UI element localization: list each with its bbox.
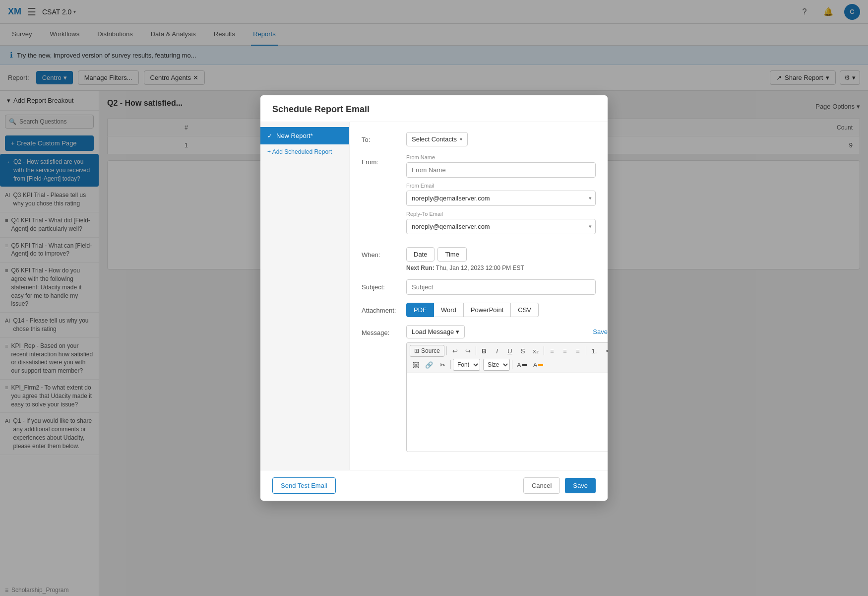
from-label: From: xyxy=(362,154,406,166)
modal-header: Schedule Report Email xyxy=(260,95,608,122)
attachment-fields: PDF Word PowerPoint CSV xyxy=(406,303,596,317)
redo-button[interactable]: ↪ xyxy=(462,345,474,357)
attachment-label: Attachment: xyxy=(362,303,406,314)
image-button[interactable]: 🖼 xyxy=(410,359,422,371)
attachment-buttons: PDF Word PowerPoint CSV xyxy=(406,303,596,317)
attach-powerpoint-button[interactable]: PowerPoint xyxy=(464,303,511,317)
attach-word-button[interactable]: Word xyxy=(434,303,464,317)
from-name-group: From Name xyxy=(406,154,596,178)
to-fields: Select Contacts ▾ xyxy=(406,132,596,146)
reply-to-select[interactable]: noreply@qemailserver.com xyxy=(406,219,596,234)
toolbar-row-1: ⊞ Source ↩ ↪ B I U S xyxy=(410,345,608,357)
from-fields: From Name From Email noreply@qemailserve… xyxy=(406,154,596,239)
from-email-group: From Email noreply@qemailserver.com ▾ xyxy=(406,183,596,206)
attachment-row: Attachment: PDF Word PowerPoint CSV xyxy=(362,303,596,317)
time-button[interactable]: Time xyxy=(437,247,466,262)
load-message-button[interactable]: Load Message ▾ xyxy=(406,325,465,338)
save-as-link[interactable]: Save As xyxy=(593,328,608,335)
toolbar-divider-3 xyxy=(544,346,544,355)
message-fields: Load Message ▾ Save As ⊞ Source xyxy=(406,325,608,452)
align-right-button[interactable]: ≡ xyxy=(572,345,584,357)
underline-button[interactable]: U xyxy=(504,345,516,357)
modal-sidebar: ✓ New Report* + Add Scheduled Report xyxy=(260,122,350,470)
from-email-sublabel: From Email xyxy=(406,183,596,189)
bold-button[interactable]: B xyxy=(478,345,490,357)
subject-row: Subject: xyxy=(362,279,596,295)
message-header: Load Message ▾ Save As xyxy=(406,325,608,338)
attach-pdf-button[interactable]: PDF xyxy=(406,303,434,317)
next-run-value: Thu, Jan 12, 2023 12:00 PM EST xyxy=(436,265,524,271)
date-button[interactable]: Date xyxy=(406,247,434,262)
link-button[interactable]: 🔗 xyxy=(423,359,435,371)
highlight-color-button[interactable]: A xyxy=(531,359,546,371)
size-select[interactable]: Size xyxy=(483,359,510,371)
rich-text-toolbar: ⊞ Source ↩ ↪ B I U S xyxy=(406,342,608,373)
next-run: Next Run: Thu, Jan 12, 2023 12:00 PM EST xyxy=(406,265,596,271)
to-row: To: Select Contacts ▾ xyxy=(362,132,596,146)
select-contacts-button[interactable]: Select Contacts ▾ xyxy=(406,132,468,146)
subscript-button[interactable]: x₂ xyxy=(530,345,542,357)
rich-text-editor[interactable] xyxy=(406,373,608,452)
unordered-list-button[interactable]: • xyxy=(601,345,608,357)
align-left-button[interactable]: ≡ xyxy=(546,345,558,357)
from-email-select-wrap: noreply@qemailserver.com ▾ xyxy=(406,191,596,206)
reply-to-group: Reply-To Email noreply@qemailserver.com … xyxy=(406,211,596,234)
toolbar-divider xyxy=(446,346,447,355)
when-row: When: Date Time Next Run: Thu, Jan 12, 2… xyxy=(362,247,596,271)
subject-input[interactable] xyxy=(406,279,596,295)
when-buttons: Date Time xyxy=(406,247,596,262)
toolbar-row-2: 🖼 🔗 ✂ Font Size xyxy=(410,359,608,371)
from-row: From: From Name From Email noreply@qemai… xyxy=(362,154,596,239)
code-icon: ⊞ xyxy=(414,347,419,354)
reply-to-sublabel: Reply-To Email xyxy=(406,211,596,217)
source-button[interactable]: ⊞ Source xyxy=(410,345,444,357)
toolbar-divider-6 xyxy=(512,360,512,369)
modal-sidebar-add-scheduled[interactable]: + Add Scheduled Report xyxy=(260,144,349,159)
save-button[interactable]: Save xyxy=(565,478,596,493)
chevron-down-icon: ▾ xyxy=(460,136,462,142)
message-row: Message: Load Message ▾ Save As xyxy=(362,325,596,452)
align-center-button[interactable]: ≡ xyxy=(559,345,571,357)
from-email-select[interactable]: noreply@qemailserver.com xyxy=(406,191,596,206)
to-label: To: xyxy=(362,132,406,143)
toolbar-divider-2 xyxy=(476,346,476,355)
toolbar-divider-4 xyxy=(586,346,586,355)
when-fields: Date Time Next Run: Thu, Jan 12, 2023 12… xyxy=(406,247,596,271)
chevron-down-icon: ▾ xyxy=(456,328,459,335)
unlink-button[interactable]: ✂ xyxy=(436,359,448,371)
modal-sidebar-item-new-report[interactable]: ✓ New Report* xyxy=(260,127,349,144)
font-select[interactable]: Font xyxy=(453,359,480,371)
undo-button[interactable]: ↩ xyxy=(449,345,461,357)
font-color-button[interactable]: A xyxy=(514,359,530,371)
modal-body: ✓ New Report* + Add Scheduled Report To:… xyxy=(260,122,608,470)
attach-csv-button[interactable]: CSV xyxy=(511,303,539,317)
send-test-email-button[interactable]: Send Test Email xyxy=(272,477,336,494)
modal-overlay[interactable]: Schedule Report Email ✓ New Report* + Ad… xyxy=(0,0,868,596)
next-run-label: Next Run: xyxy=(406,265,434,271)
reply-to-select-wrap: noreply@qemailserver.com ▾ xyxy=(406,219,596,234)
subject-fields xyxy=(406,279,596,295)
modal-title: Schedule Report Email xyxy=(272,104,596,115)
toolbar-divider-5 xyxy=(450,360,451,369)
ordered-list-button[interactable]: 1. xyxy=(588,345,600,357)
strikethrough-button[interactable]: S xyxy=(517,345,529,357)
from-name-sublabel: From Name xyxy=(406,154,596,160)
subject-label: Subject: xyxy=(362,279,406,291)
modal-content: To: Select Contacts ▾ From: From Name xyxy=(350,122,608,470)
when-label: When: xyxy=(362,247,406,259)
check-icon: ✓ xyxy=(267,132,272,139)
italic-button[interactable]: I xyxy=(491,345,503,357)
schedule-report-modal: Schedule Report Email ✓ New Report* + Ad… xyxy=(260,95,608,501)
cancel-button[interactable]: Cancel xyxy=(523,477,560,494)
message-label: Message: xyxy=(362,325,406,336)
from-name-input[interactable] xyxy=(406,162,596,178)
modal-footer: Send Test Email Cancel Save xyxy=(260,470,608,501)
